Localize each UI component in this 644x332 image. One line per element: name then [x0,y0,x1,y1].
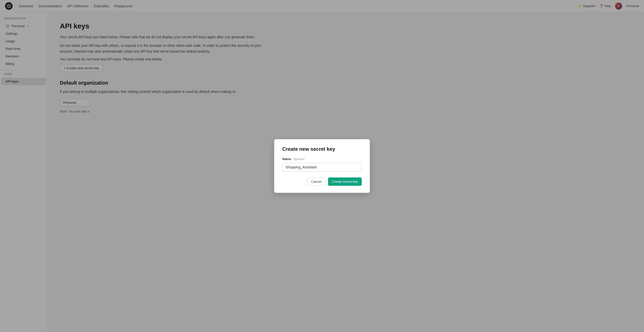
create-secret-key-button[interactable]: Create secret key [328,177,362,186]
name-field-input[interactable] [282,163,362,171]
modal-overlay: Create new secret key Name Optional Canc… [0,0,644,332]
cancel-button[interactable]: Cancel [307,177,326,186]
modal-title: Create new secret key [282,146,362,152]
name-field-label: Name Optional [282,157,362,161]
name-field-optional: Optional [293,157,304,161]
modal-actions: Cancel Create secret key [282,177,362,186]
modal: Create new secret key Name Optional Canc… [274,139,370,193]
